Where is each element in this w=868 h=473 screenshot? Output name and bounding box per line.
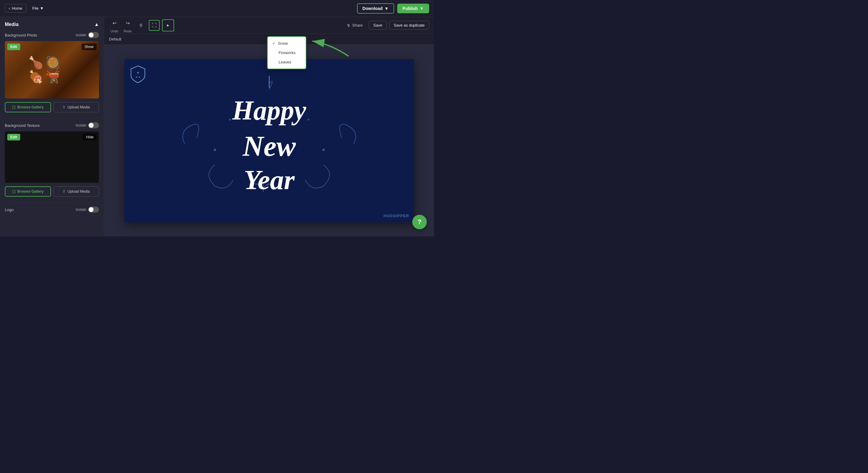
top-bar-right: Download ▼ Publish ▼ xyxy=(357,3,429,13)
file-chevron-icon: ▼ xyxy=(40,6,44,10)
isolate-toggle-group-3: Isolate xyxy=(76,207,99,213)
canvas-area: ↩ Undo ↪ Redo ⚲ ⛶ ▶ ↯ Share xyxy=(104,17,434,237)
divider-1 xyxy=(5,118,99,119)
isolate-label-2: Isolate xyxy=(76,123,86,127)
dropdown-leaves-label: Leaves xyxy=(279,60,291,64)
logo-section-header: Logo Isolate xyxy=(5,207,99,213)
crop-button[interactable]: ⛶ xyxy=(149,20,160,31)
photo-action-row: ▢ Browse Gallery ⇧ Upload Media xyxy=(5,102,99,112)
animation-dropdown-group: ▶ xyxy=(162,19,174,31)
upload-media-button-2[interactable]: ⇧ Upload Media xyxy=(54,186,99,197)
download-button[interactable]: Download ▼ xyxy=(357,3,394,13)
isolate-toggle-3[interactable] xyxy=(88,207,99,213)
toolbar-right: ↯ Share Save Save as duplicate xyxy=(343,21,429,30)
isolate-label-3: Isolate xyxy=(76,207,86,212)
sidebar-title: Media xyxy=(5,22,19,27)
redo-label: Redo xyxy=(124,29,132,33)
edit-texture-button[interactable]: Edit xyxy=(7,134,20,141)
help-icon: ? xyxy=(417,218,421,226)
gallery-icon-2: ▢ xyxy=(12,189,16,194)
download-label: Download xyxy=(363,6,383,11)
isolate-label-1: Isolate xyxy=(76,33,86,37)
browse-gallery-button-2[interactable]: ▢ Browse Gallery xyxy=(5,186,51,197)
sidebar: Media ▲ Background Photo Isolate Edit Sh… xyxy=(0,17,104,237)
isolate-toggle-group-2: Isolate xyxy=(76,122,99,128)
background-texture-section-header: Background Texture Isolate xyxy=(5,122,99,128)
download-chevron-icon: ▼ xyxy=(384,6,389,11)
upload-media-button-1[interactable]: ⇧ Upload Media xyxy=(54,102,99,112)
sidebar-header: Media ▲ xyxy=(5,22,99,27)
show-photo-button[interactable]: Show xyxy=(82,43,97,50)
undo-tool: ↩ Undo xyxy=(109,18,120,33)
upload-icon-1: ⇧ xyxy=(62,105,65,109)
background-photo-section-header: Background Photo Isolate xyxy=(5,32,99,38)
file-label: File xyxy=(32,6,39,10)
redo-tool: ↪ Redo xyxy=(122,18,133,33)
home-button[interactable]: ‹ Home xyxy=(5,4,26,13)
share-label: Share xyxy=(352,23,363,28)
logo-label: Logo xyxy=(5,207,13,212)
background-photo-preview: Edit Show xyxy=(5,41,99,98)
toolbar: ↩ Undo ↪ Redo ⚲ ⛶ ▶ ↯ Share xyxy=(104,17,434,34)
svg-point-5 xyxy=(308,119,309,120)
home-label: Home xyxy=(12,6,22,10)
share-button[interactable]: ↯ Share xyxy=(343,21,366,30)
design-canvas: ★ ★ ★ xyxy=(124,59,414,222)
svg-text:Happy: Happy xyxy=(232,95,306,125)
dropdown-fireworks-label: Fireworks xyxy=(279,51,296,55)
save-label: Save xyxy=(373,23,382,28)
green-arrow-annotation xyxy=(300,32,354,60)
svg-point-3 xyxy=(322,149,325,151)
upload-icon-2: ⇧ xyxy=(62,189,65,194)
svg-text:Year: Year xyxy=(244,164,295,195)
browse-gallery-label-1: Browse Gallery xyxy=(17,105,43,109)
svg-text:New: New xyxy=(242,130,296,162)
gallery-icon-1: ▢ xyxy=(12,105,16,109)
canvas-content[interactable]: ★ ★ ★ xyxy=(104,45,434,237)
undo-button[interactable]: ↩ xyxy=(109,18,120,29)
help-button[interactable]: ? xyxy=(412,215,427,229)
eyedropper-button[interactable]: ⚲ xyxy=(135,20,146,31)
background-texture-label: Background Texture xyxy=(5,123,39,128)
isolate-toggle-1[interactable] xyxy=(88,32,99,38)
publish-chevron-icon: ▼ xyxy=(420,6,424,11)
upload-media-label-2: Upload Media xyxy=(67,189,90,194)
browse-gallery-label-2: Browse Gallery xyxy=(17,189,43,194)
default-label: Default xyxy=(109,37,121,41)
collapse-icon[interactable]: ▲ xyxy=(94,22,99,27)
texture-action-row: ▢ Browse Gallery ⇧ Upload Media xyxy=(5,186,99,197)
snow-check-icon: ✓ xyxy=(273,41,276,46)
browse-gallery-button-1[interactable]: ▢ Browse Gallery xyxy=(5,102,51,112)
isolate-toggle-2[interactable] xyxy=(88,122,99,128)
play-icon: ▶ xyxy=(167,24,169,27)
file-button[interactable]: File ▼ xyxy=(29,4,48,12)
share-icon: ↯ xyxy=(347,23,350,28)
edit-photo-button[interactable]: Edit xyxy=(7,43,20,50)
undo-label: Undo xyxy=(111,29,118,33)
save-duplicate-button[interactable]: Save as duplicate xyxy=(389,21,429,30)
dropdown-snow-label: Snow xyxy=(278,41,288,46)
isolate-toggle-group-1: Isolate xyxy=(76,32,99,38)
main-layout: Media ▲ Background Photo Isolate Edit Sh… xyxy=(0,17,434,237)
save-button[interactable]: Save xyxy=(369,21,387,30)
top-bar-left: ‹ Home File ▼ xyxy=(5,4,48,13)
home-arrow-icon: ‹ xyxy=(9,6,10,10)
top-bar: ‹ Home File ▼ Download ▼ Publish ▼ xyxy=(0,0,434,17)
svg-point-4 xyxy=(229,119,231,120)
svg-point-2 xyxy=(214,149,216,151)
background-photo-label: Background Photo xyxy=(5,33,37,37)
save-duplicate-label: Save as duplicate xyxy=(394,23,425,28)
redo-button[interactable]: ↪ xyxy=(122,18,133,29)
publish-label: Publish xyxy=(403,6,418,11)
hide-texture-button[interactable]: Hide xyxy=(83,134,97,141)
texture-preview: Edit Hide xyxy=(5,131,99,183)
animation-dropdown-button[interactable]: ▶ xyxy=(162,19,174,31)
publish-button[interactable]: Publish ▼ xyxy=(397,4,429,13)
upload-media-label-1: Upload Media xyxy=(67,105,90,109)
watermark: #GOGIPPER xyxy=(383,213,409,218)
divider-2 xyxy=(5,203,99,203)
